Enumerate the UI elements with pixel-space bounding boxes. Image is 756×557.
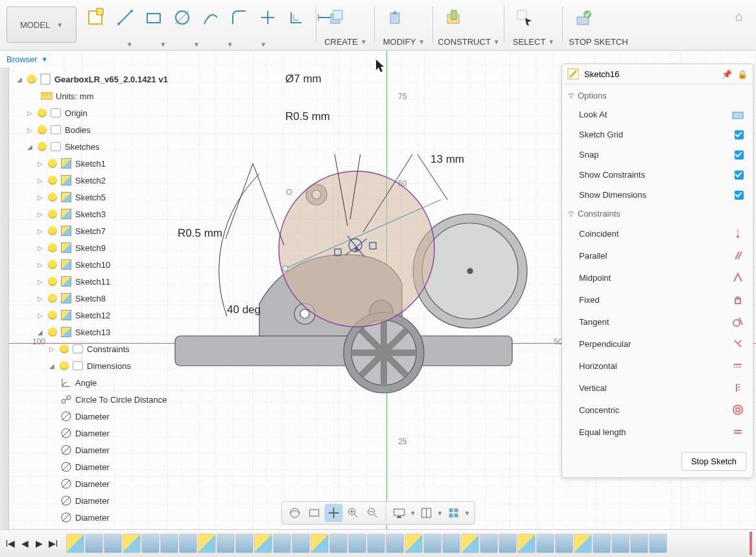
tree-sketch-item[interactable]: ▷Sketch5 bbox=[12, 189, 182, 206]
tree-sketch-item[interactable]: ▷Sketch1 bbox=[12, 155, 182, 172]
tree-dimension-item[interactable]: Diameter bbox=[12, 408, 182, 425]
constraint-icon[interactable] bbox=[732, 426, 744, 438]
constraint-icon[interactable] bbox=[732, 382, 744, 394]
timeline-op[interactable] bbox=[198, 534, 216, 553]
visibility-icon[interactable] bbox=[48, 260, 57, 269]
visibility-icon[interactable] bbox=[48, 209, 57, 219]
expand-icon[interactable]: ▷ bbox=[35, 312, 45, 319]
timeline-op[interactable] bbox=[217, 534, 235, 553]
tree-sketch-item[interactable]: ▷Sketch11 bbox=[12, 273, 182, 290]
grid-display-icon[interactable] bbox=[418, 504, 436, 522]
visibility-icon[interactable] bbox=[48, 159, 57, 168]
timeline-op[interactable] bbox=[630, 534, 648, 553]
timeline-op[interactable] bbox=[405, 534, 423, 553]
stopsketch-label[interactable]: STOP SKETCH bbox=[569, 37, 628, 47]
visibility-icon[interactable] bbox=[48, 226, 57, 235]
expand-icon[interactable]: ▷ bbox=[25, 110, 35, 117]
tree-sketch-item[interactable]: ▷Sketch7 bbox=[12, 222, 182, 239]
timeline-play-icon[interactable]: ▶ bbox=[32, 537, 45, 550]
chevron-down-icon[interactable]: ▼ bbox=[193, 41, 200, 48]
options-section[interactable]: ▽Options bbox=[562, 87, 753, 104]
display-mode-icon[interactable] bbox=[390, 504, 408, 522]
palette-option-row[interactable]: Snap bbox=[562, 145, 753, 165]
expand-icon[interactable]: ◢ bbox=[35, 329, 45, 336]
tree-dimension-item[interactable]: Diameter bbox=[12, 442, 182, 458]
visibility-icon[interactable] bbox=[60, 361, 69, 370]
tree-sketch-item[interactable]: ▷Sketch10 bbox=[12, 256, 182, 273]
modify-label[interactable]: MODIFY bbox=[383, 37, 416, 47]
sketch-create-icon[interactable] bbox=[83, 4, 110, 31]
tree-bodies[interactable]: ▷Bodies bbox=[12, 121, 182, 138]
circle-tool-icon[interactable] bbox=[169, 4, 196, 31]
timeline-op[interactable] bbox=[85, 534, 103, 553]
timeline-op[interactable] bbox=[66, 534, 84, 553]
visibility-icon[interactable] bbox=[38, 108, 47, 117]
constraint-icon[interactable] bbox=[732, 272, 744, 283]
visibility-icon[interactable] bbox=[48, 311, 57, 320]
expand-icon[interactable]: ▷ bbox=[25, 126, 35, 134]
home-icon[interactable]: ⌂ bbox=[735, 9, 743, 24]
timeline-op[interactable] bbox=[593, 534, 611, 553]
tree-dimension-item[interactable]: Diameter bbox=[12, 458, 182, 475]
visibility-icon[interactable] bbox=[48, 243, 57, 252]
create-label[interactable]: CREATE bbox=[324, 37, 358, 47]
tree-root[interactable]: ◢ GearboxLR_v65_2.0.1421 v1 bbox=[12, 71, 182, 88]
chevron-down-icon[interactable]: ▼ bbox=[227, 41, 233, 48]
timeline-op[interactable] bbox=[104, 534, 122, 553]
visibility-icon[interactable] bbox=[48, 327, 57, 337]
pan-icon[interactable] bbox=[325, 504, 343, 522]
tree-units[interactable]: Units: mm bbox=[12, 88, 182, 104]
expand-icon[interactable]: ▷ bbox=[35, 228, 45, 235]
tree-dimension-item[interactable]: Diameter bbox=[12, 509, 182, 526]
expand-icon[interactable]: ▷ bbox=[35, 244, 45, 252]
rectangle-tool-icon[interactable] bbox=[140, 4, 167, 31]
construct-label[interactable]: CONSTRUCT bbox=[438, 37, 491, 47]
chevron-down-icon[interactable]: ▼ bbox=[159, 41, 166, 48]
tree-sketch-item[interactable]: ▷Sketch8 bbox=[12, 290, 182, 307]
lock-icon[interactable]: 🔒 bbox=[737, 69, 748, 79]
tree-sketches[interactable]: ◢Sketches bbox=[12, 138, 182, 155]
tree-dimension-item[interactable]: Diameter bbox=[12, 492, 182, 509]
lookat-icon[interactable] bbox=[732, 110, 744, 119]
tree-dimension-item[interactable]: Diameter bbox=[12, 475, 182, 492]
timeline-op[interactable] bbox=[141, 534, 159, 553]
timeline-op[interactable] bbox=[123, 534, 141, 553]
presspull-icon[interactable] bbox=[381, 4, 408, 31]
tree-dimension-item[interactable]: Circle To Circle Distance bbox=[12, 391, 182, 408]
dimension-length[interactable]: 13 mm bbox=[431, 153, 464, 166]
constraints-section[interactable]: ▽Constraints bbox=[562, 205, 753, 222]
timeline-op[interactable] bbox=[536, 534, 554, 553]
timeline-op[interactable] bbox=[574, 534, 592, 553]
timeline-op[interactable] bbox=[235, 534, 254, 553]
workspace-switcher[interactable]: MODEL ▼ bbox=[6, 6, 77, 43]
collapse-icon[interactable]: ◢ bbox=[14, 76, 25, 83]
constraint-icon[interactable] bbox=[732, 316, 744, 327]
offset-tool-icon[interactable] bbox=[283, 4, 310, 31]
timeline-op[interactable] bbox=[386, 534, 404, 553]
tree-sketch-item[interactable]: ▷Sketch9 bbox=[12, 239, 182, 256]
timeline-end-icon[interactable]: ▶I bbox=[47, 537, 60, 550]
zoom-fit-icon[interactable] bbox=[364, 504, 382, 522]
extrude-icon[interactable] bbox=[323, 4, 350, 31]
timeline-op[interactable] bbox=[160, 534, 178, 553]
expand-icon[interactable]: ▷ bbox=[35, 177, 45, 184]
collapse-icon[interactable]: ◢ bbox=[47, 362, 57, 370]
expand-icon[interactable]: ▷ bbox=[47, 346, 57, 353]
chevron-down-icon[interactable]: ▼ bbox=[464, 510, 470, 517]
timeline-op[interactable] bbox=[367, 534, 385, 553]
palette-option-row[interactable]: Show Constraints bbox=[562, 165, 753, 185]
chevron-down-icon[interactable]: ▼ bbox=[410, 510, 416, 517]
visibility-icon[interactable] bbox=[48, 277, 57, 286]
expand-icon[interactable]: ▷ bbox=[35, 194, 45, 201]
checkbox-icon[interactable] bbox=[735, 171, 744, 180]
timeline-marker[interactable] bbox=[750, 532, 752, 555]
palette-constraint-row[interactable]: Fixed bbox=[562, 289, 753, 311]
constraint-icon[interactable] bbox=[732, 294, 744, 305]
tree-sketch-item[interactable]: ▷Sketch3 bbox=[12, 206, 182, 222]
tree-sketch-item[interactable]: ▷Sketch2 bbox=[12, 172, 182, 189]
select-icon[interactable] bbox=[511, 4, 538, 31]
timeline-op[interactable] bbox=[348, 534, 366, 553]
chevron-down-icon[interactable]: ▼ bbox=[437, 510, 443, 517]
trim-tool-icon[interactable] bbox=[254, 4, 281, 31]
pin-icon[interactable]: 📌 bbox=[722, 69, 732, 79]
